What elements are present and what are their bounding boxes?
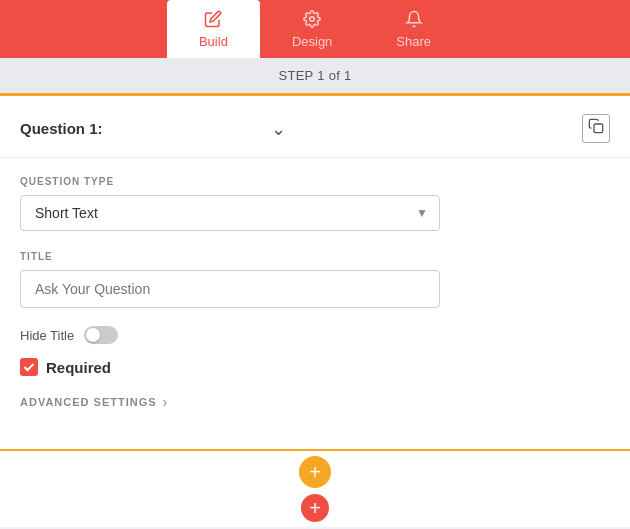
tab-design-label: Design (292, 34, 332, 49)
build-icon (204, 10, 222, 32)
svg-point-0 (310, 16, 315, 21)
tab-build[interactable]: Build (167, 0, 260, 58)
svg-rect-1 (594, 124, 603, 133)
hide-title-row: Hide Title (20, 326, 610, 344)
required-label: Required (46, 359, 111, 376)
question-collapse-icon[interactable]: ⌄ (271, 118, 286, 140)
toggle-thumb (86, 328, 100, 342)
add-step-icon: + (309, 462, 321, 482)
add-question-icon: + (309, 498, 321, 518)
tab-design[interactable]: Design (260, 4, 364, 55)
main-content: Question 1: ⌄ QUESTION TYPE Short Text L… (0, 93, 630, 527)
required-row: Required (20, 358, 610, 376)
copy-icon[interactable] (582, 114, 610, 143)
question-header-left: Question 1: ⌄ (20, 118, 286, 140)
title-label: TITLE (20, 251, 610, 262)
tab-share[interactable]: Share (364, 4, 463, 55)
step-bar: STEP 1 of 1 (0, 58, 630, 93)
question-type-select[interactable]: Short Text Long Text Multiple Choice Dro… (20, 195, 440, 231)
design-icon (303, 10, 321, 32)
question-type-wrapper: Short Text Long Text Multiple Choice Dro… (20, 195, 610, 231)
title-input[interactable] (20, 270, 440, 308)
bottom-bar: + + (0, 449, 630, 527)
question-type-label: QUESTION TYPE (20, 176, 610, 187)
advanced-settings-row[interactable]: ADVANCED SETTINGS › (20, 394, 610, 410)
add-step-button[interactable]: + (299, 456, 331, 488)
add-question-button[interactable]: + (301, 494, 329, 522)
step-text: STEP 1 of 1 (278, 68, 351, 83)
question-header: Question 1: ⌄ (0, 96, 630, 158)
top-navigation: Build Design Share (0, 0, 630, 58)
advanced-settings-label: ADVANCED SETTINGS (20, 396, 157, 408)
required-checkbox[interactable] (20, 358, 38, 376)
hide-title-toggle[interactable] (84, 326, 118, 344)
tab-build-label: Build (199, 34, 228, 49)
share-icon (405, 10, 423, 32)
tab-share-label: Share (396, 34, 431, 49)
form-section: QUESTION TYPE Short Text Long Text Multi… (0, 158, 630, 428)
hide-title-label: Hide Title (20, 328, 74, 343)
question-title: Question 1: (20, 120, 103, 137)
advanced-settings-chevron-icon: › (163, 394, 168, 410)
